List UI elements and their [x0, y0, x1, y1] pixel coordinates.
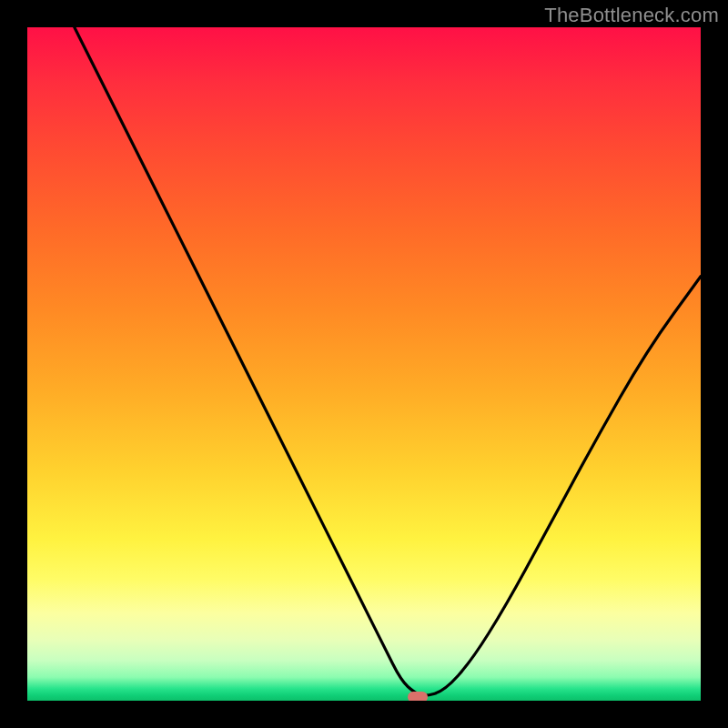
plot-area: [27, 27, 701, 701]
optimal-marker: [408, 692, 428, 701]
watermark-text: TheBottleneck.com: [544, 4, 719, 27]
curve-svg: [27, 27, 701, 701]
chart-frame: TheBottleneck.com: [0, 0, 728, 728]
bottleneck-curve: [75, 27, 701, 695]
